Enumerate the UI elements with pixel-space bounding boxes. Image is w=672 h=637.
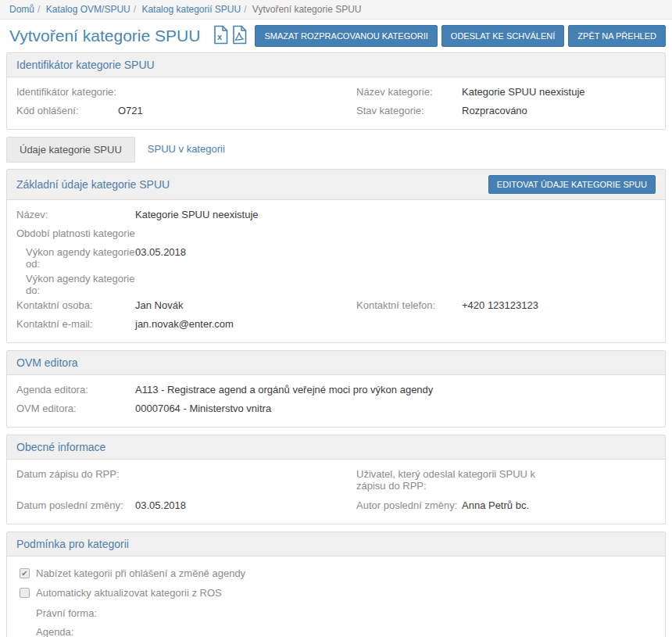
agenda-field: Agenda: [16,624,656,637]
checkbox-label: Automaticky aktualizovat kategorii z ROS [36,587,222,599]
page-title: Vytvoření kategorie SPUU [9,27,200,45]
contact-person-field: Kontaktní osoba: Jan Novák [16,298,336,317]
identifier-section-title: Identifikátor kategorie SPUU [16,59,155,71]
field-label: Identifikátor kategorie: [16,86,118,98]
field-label: Právní forma: [36,607,97,619]
breadcrumb-current: Vytvoření kategorie SPUU [252,4,362,15]
field-label: Výkon agendy kategorie od: [26,246,135,270]
breadcrumb-separator: / [244,4,246,15]
delete-draft-category-button[interactable]: SMAZAT ROZPRACOVANOU KATEGORII [255,25,437,47]
field-value: Rozpracováno [462,105,527,116]
breadcrumb-katalog-ovm[interactable]: Katalog OVM/SPUU [46,4,130,15]
field-label: Kód ohlášení: [16,105,118,116]
field-value: jan.novak@enter.com [135,318,234,330]
field-value: Anna Petrů bc. [462,499,529,511]
field-value: +420 123123123 [462,299,538,311]
category-condition-section-header: Podmínka pro kategorii [7,532,665,556]
basic-data-section: Základní údaje kategorie SPUU EDITOVAT Ú… [6,169,666,343]
field-label: Kontaktní telefon: [356,299,462,311]
field-label: Stav kategorie: [356,105,462,116]
general-info-section: Obecné informace Datum zápisu do RPP: Da… [6,435,666,524]
field-label: Uživatel, který odeslal kategorii SPUU k… [356,468,559,492]
breadcrumb-separator: / [38,4,40,15]
auto-update-check-row: Automaticky aktualizovat kategorii z ROS [16,583,656,603]
identifier-section-header: Identifikátor kategorie SPUU [7,53,665,77]
field-label: Výkon agendy kategorie do: [26,273,135,296]
send-for-approval-button[interactable]: ODESLAT KE SCHVÁLENÍ [441,25,564,47]
identifier-field: Identifikátor kategorie: [16,84,336,103]
field-label: Autor poslední změny: [356,499,462,511]
field-value: Jan Novák [135,299,183,311]
category-condition-section: Podmínka pro kategorii Nabízet kategorii… [6,531,666,637]
field-label: Agenda editora: [16,384,135,395]
field-value: 00007064 - Ministerstvo vnitra [135,403,271,414]
tab-udaje-kategorie[interactable]: Údaje kategorie SPUU [6,137,135,163]
offer-category-check-row: Nabízet kategorii při ohlášení a změně a… [16,564,656,583]
field-value: A113 - Registrace agend a orgánů veřejné… [135,384,433,395]
field-label: Kontaktní osoba: [16,299,135,311]
field-value: Kategorie SPUU neexistuje [135,209,259,220]
basic-data-section-header: Základní údaje kategorie SPUU EDITOVAT Ú… [7,170,665,200]
breadcrumb: Domů/ Katalog OVM/SPUU/ Katalog kategori… [0,0,672,20]
category-condition-section-title: Podmínka pro kategorii [16,538,129,550]
general-info-section-header: Obecné informace [7,435,665,460]
edit-category-data-button[interactable]: EDITOVAT ÚDAJE KATEGORIE SPUU [488,175,656,194]
offer-checkbox[interactable] [20,568,30,578]
page-header: Vytvoření kategorie SPUU x SMAZAT ROZPRA… [0,20,672,52]
field-label: Název: [16,209,135,220]
last-change-date-field: Datum poslední změny: 03.05.2018 [16,498,336,517]
basic-data-section-title: Základní údaje kategorie SPUU [16,178,170,191]
breadcrumb-katalog-kategorii[interactable]: Katalog kategorií SPUU [141,4,241,15]
name-field: Název: Kategorie SPUU neexistuje [16,207,656,226]
legal-form-field: Právní forma: [16,606,656,624]
field-value: 03.05.2018 [135,499,186,511]
field-label: OVM editora: [16,403,135,414]
field-value: Kategorie SPUU neexistuje [462,86,585,98]
ovm-editor-section-title: OVM editora [16,356,78,369]
contact-phone-field: Kontaktní telefon: +420 123123123 [336,298,656,317]
checkbox-label: Nabízet kategorii při ohlášení a změně a… [36,567,245,579]
validity-from-field: Výkon agendy kategorie od: 03.05.2018 [16,245,656,271]
export-pdf-icon[interactable] [231,25,248,47]
sender-user-field: Uživatel, který odeslal kategorii SPUU k… [356,467,656,498]
back-to-overview-button[interactable]: ZPĚT NA PŘEHLED [568,25,666,47]
agenda-editor-field: Agenda editora: A113 - Registrace agend … [16,382,656,401]
field-label: Název kategorie: [356,86,462,98]
tab-spuu-v-kategorii[interactable]: SPUU v kategorii [135,137,238,163]
category-state-field: Stav kategorie: Rozpracováno [356,103,656,122]
auto-checkbox[interactable] [20,588,30,598]
general-info-section-title: Obecné informace [16,441,105,453]
ovm-editor-section: OVM editora Agenda editora: A113 - Regis… [6,350,666,428]
field-label: Období platnosti kategorie [16,227,135,239]
rpp-date-field: Datum zápisu do RPP: [16,467,336,498]
last-change-author-field: Autor poslední změny: Anna Petrů bc. [356,498,656,517]
export-excel-icon[interactable]: x [213,25,229,47]
breadcrumb-home[interactable]: Domů [9,4,34,15]
field-label: Datum zápisu do RPP: [16,468,135,480]
validity-period-group-label: Období platnosti kategorie [16,226,656,245]
code-field: Kód ohlášení: O721 [16,103,336,122]
field-label: Datum poslední změny: [16,499,135,511]
tab-bar: Údaje kategorie SPUU SPUU v kategorii [6,137,666,163]
category-name-field: Název kategorie: Kategorie SPUU neexistu… [356,84,656,103]
field-value: 03.05.2018 [135,246,186,258]
ovm-editor-field: OVM editora: 00007064 - Ministerstvo vni… [16,401,656,420]
field-label: Kontaktní e-mail: [16,318,135,330]
breadcrumb-separator: / [134,4,136,15]
ovm-editor-section-header: OVM editora [7,351,665,375]
svg-text:x: x [217,32,223,41]
identifier-section: Identifikátor kategorie SPUU Identifikát… [6,52,666,130]
field-value: O721 [118,105,143,116]
contact-email-field: Kontaktní e-mail: jan.novak@enter.com [16,317,656,335]
validity-to-field: Výkon agendy kategorie do: [16,271,656,298]
field-label: Agenda: [36,626,73,637]
